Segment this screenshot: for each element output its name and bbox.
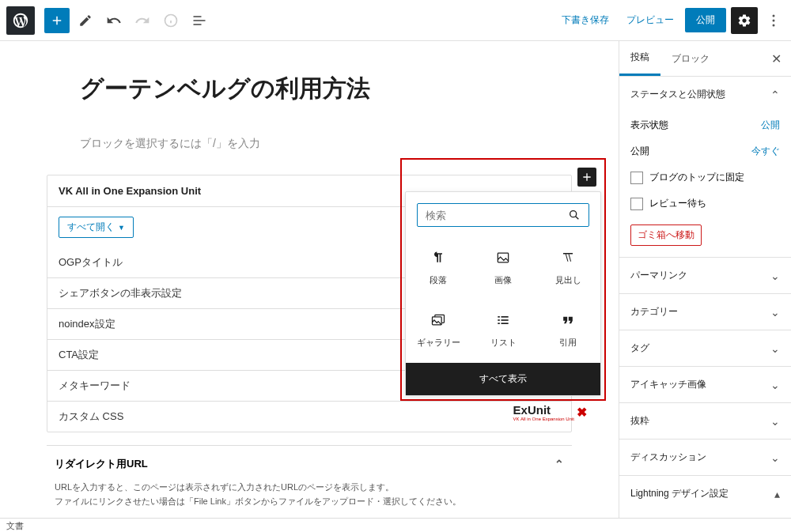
visibility-value[interactable]: 公開 bbox=[761, 119, 780, 132]
block-image[interactable]: 画像 bbox=[471, 238, 536, 300]
review-checkbox[interactable]: レビュー待ち bbox=[619, 191, 791, 217]
settings-sidebar: 投稿 ブロック ✕ ステータスと公開状態⌃ 表示状態 公開 公開 今すぐ ブログ… bbox=[619, 41, 791, 518]
lightning-header[interactable]: Lightning デザイン設定▴ bbox=[619, 476, 791, 511]
redirect-panel: リダイレクト用URL⌃ URLを入力すると、このページは表示されずに入力されたU… bbox=[47, 445, 572, 518]
visibility-row: 表示状態 公開 bbox=[619, 112, 791, 138]
quote-icon bbox=[559, 311, 577, 329]
featured-image-section[interactable]: アイキャッチ画像⌄ bbox=[619, 367, 791, 402]
block-heading[interactable]: 見出し bbox=[536, 238, 600, 300]
show-all-blocks-button[interactable]: すべて表示 bbox=[406, 363, 600, 395]
exunit-icon: ✖ bbox=[577, 405, 587, 420]
settings-gear-icon[interactable] bbox=[731, 7, 758, 34]
sidebar-tabs: 投稿 ブロック ✕ bbox=[619, 41, 791, 77]
publish-button[interactable]: 公開 bbox=[685, 8, 726, 32]
block-inserter-panel: 段落 画像 見出し ギャラリー リスト 引用 すべて表示 bbox=[405, 191, 601, 396]
accordion-item[interactable]: カスタム CSS bbox=[47, 402, 571, 432]
add-block-button[interactable] bbox=[44, 8, 70, 33]
edit-mode-icon[interactable] bbox=[73, 8, 98, 33]
tab-block[interactable]: ブロック bbox=[660, 43, 721, 75]
block-search-box[interactable] bbox=[417, 203, 589, 227]
bottom-bar: 文書 bbox=[0, 518, 791, 532]
block-gallery[interactable]: ギャラリー bbox=[406, 300, 471, 363]
inline-add-block-button[interactable] bbox=[577, 168, 596, 187]
chevron-down-icon: ⌄ bbox=[770, 342, 780, 355]
svg-rect-9 bbox=[563, 253, 573, 255]
svg-rect-16 bbox=[501, 323, 509, 324]
redo-icon[interactable] bbox=[130, 8, 155, 33]
breadcrumb-document[interactable]: 文書 bbox=[6, 521, 24, 530]
heading-icon bbox=[559, 249, 577, 266]
draft-save-button[interactable]: 下書き保存 bbox=[555, 9, 615, 32]
lightning-section: Lightning デザイン設定▴ レイアウト設定 共通設定を適用 bbox=[619, 476, 791, 518]
svg-point-5 bbox=[773, 24, 775, 26]
chevron-up-icon[interactable]: ⌃ bbox=[554, 458, 564, 470]
main-area: グーテンベルグの利用方法 ブロックを選択するには「/」を入力 VK All in… bbox=[0, 41, 791, 518]
publish-value[interactable]: 今すぐ bbox=[751, 145, 780, 158]
search-icon bbox=[568, 209, 581, 221]
toolbar-left bbox=[6, 6, 212, 35]
toolbar-right: 下書き保存 プレビュー 公開 bbox=[555, 7, 785, 34]
svg-point-3 bbox=[773, 14, 775, 17]
status-section: ステータスと公開状態⌃ 表示状態 公開 公開 今すぐ ブログのトップに固定 レビ… bbox=[619, 77, 791, 258]
paragraph-icon bbox=[430, 249, 447, 266]
open-all-button[interactable]: すべて開く ▼ bbox=[59, 217, 134, 238]
gallery-icon bbox=[430, 311, 447, 329]
layout-label: レイアウト設定 bbox=[619, 511, 791, 518]
wordpress-logo[interactable] bbox=[6, 6, 35, 35]
block-search-input[interactable] bbox=[426, 209, 568, 221]
block-quote[interactable]: 引用 bbox=[536, 300, 600, 363]
tag-section[interactable]: タグ⌄ bbox=[619, 330, 791, 366]
tab-post[interactable]: 投稿 bbox=[619, 41, 660, 76]
publish-label: 公開 bbox=[630, 145, 649, 158]
chevron-down-icon: ⌄ bbox=[770, 379, 780, 391]
discussion-section[interactable]: ディスカッション⌄ bbox=[619, 440, 791, 475]
close-sidebar-icon[interactable]: ✕ bbox=[762, 51, 791, 66]
svg-point-4 bbox=[773, 19, 775, 21]
undo-icon[interactable] bbox=[101, 8, 127, 33]
category-section[interactable]: カテゴリー⌄ bbox=[619, 294, 791, 330]
svg-rect-14 bbox=[501, 319, 509, 321]
visibility-label: 表示状態 bbox=[630, 119, 668, 132]
block-grid: 段落 画像 見出し ギャラリー リスト 引用 bbox=[406, 238, 600, 363]
permalink-section[interactable]: パーマリンク⌄ bbox=[619, 258, 791, 293]
svg-rect-11 bbox=[498, 316, 500, 318]
trash-button[interactable]: ゴミ箱へ移動 bbox=[630, 224, 702, 246]
post-title[interactable]: グーテンベルグの利用方法 bbox=[80, 73, 539, 105]
more-menu-icon[interactable] bbox=[763, 7, 785, 34]
chevron-up-icon: ▴ bbox=[774, 488, 780, 500]
outline-icon[interactable] bbox=[187, 8, 212, 33]
block-paragraph[interactable]: 段落 bbox=[406, 238, 471, 300]
info-icon[interactable] bbox=[158, 8, 184, 33]
svg-point-6 bbox=[570, 211, 577, 217]
pin-checkbox[interactable]: ブログのトップに固定 bbox=[619, 164, 791, 191]
image-icon bbox=[494, 249, 512, 266]
top-toolbar: 下書き保存 プレビュー 公開 bbox=[0, 0, 791, 41]
list-icon bbox=[494, 311, 512, 329]
redirect-title: リダイレクト用URL bbox=[55, 457, 148, 471]
svg-rect-12 bbox=[501, 316, 509, 318]
block-placeholder[interactable]: ブロックを選択するには「/」を入力 bbox=[80, 137, 539, 151]
excerpt-section[interactable]: 抜粋⌄ bbox=[619, 403, 791, 439]
svg-rect-15 bbox=[498, 323, 500, 324]
chevron-down-icon: ⌄ bbox=[770, 451, 780, 464]
block-list[interactable]: リスト bbox=[471, 300, 536, 363]
chevron-down-icon: ⌄ bbox=[770, 415, 780, 428]
exunit-badge: ExUnitVK All in One Expansion Unit ✖ bbox=[513, 403, 587, 421]
svg-line-7 bbox=[576, 217, 579, 220]
editor-canvas: グーテンベルグの利用方法 ブロックを選択するには「/」を入力 VK All in… bbox=[0, 41, 619, 518]
publish-row: 公開 今すぐ bbox=[619, 138, 791, 164]
preview-button[interactable]: プレビュー bbox=[620, 9, 680, 32]
block-inserter-highlighted: 段落 画像 見出し ギャラリー リスト 引用 すべて表示 bbox=[400, 158, 606, 401]
svg-rect-13 bbox=[498, 319, 500, 321]
chevron-down-icon: ⌄ bbox=[770, 306, 780, 319]
status-header[interactable]: ステータスと公開状態⌃ bbox=[619, 77, 791, 112]
chevron-down-icon: ⌄ bbox=[770, 270, 780, 282]
redirect-desc: URLを入力すると、このページは表示されずに入力されたURLのページを表示します… bbox=[55, 481, 564, 508]
chevron-up-icon: ⌃ bbox=[770, 89, 780, 101]
